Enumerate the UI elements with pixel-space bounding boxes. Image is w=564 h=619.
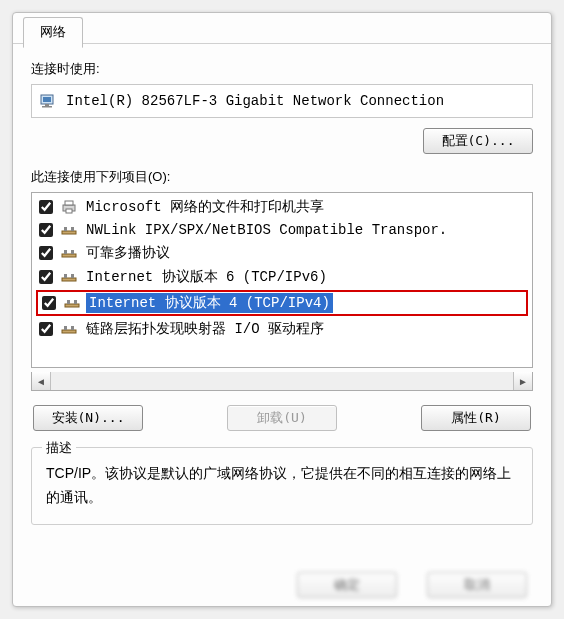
list-item[interactable]: 链路层拓扑发现映射器 I/O 驱动程序 — [34, 317, 530, 341]
svg-rect-11 — [64, 250, 67, 254]
svg-rect-9 — [71, 227, 74, 231]
list-item[interactable]: 可靠多播协议 — [34, 241, 530, 265]
highlighted-item-frame: Internet 协议版本 4 (TCP/IPv4) — [36, 290, 528, 316]
svg-rect-12 — [71, 250, 74, 254]
item-checkbox[interactable] — [42, 296, 56, 310]
svg-rect-13 — [62, 278, 76, 281]
item-label: NWLink IPX/SPX/NetBIOS Compatible Transp… — [83, 221, 450, 239]
protocol-icon — [64, 296, 80, 310]
description-text: TCP/IP。该协议是默认的广域网络协议，它提供在不同的相互连接的网络上的通讯。 — [46, 462, 518, 510]
scroll-left-arrow-icon[interactable]: ◄ — [32, 372, 51, 390]
svg-rect-20 — [64, 326, 67, 330]
item-label: Internet 协议版本 4 (TCP/IPv4) — [86, 293, 333, 313]
svg-rect-1 — [43, 97, 51, 102]
adapter-box[interactable]: Intel(R) 82567LF-3 Gigabit Network Conne… — [31, 84, 533, 118]
configure-row: 配置(C)... — [31, 128, 533, 154]
item-label: 链路层拓扑发现映射器 I/O 驱动程序 — [83, 319, 327, 339]
item-checkbox[interactable] — [39, 246, 53, 260]
item-label: Microsoft 网络的文件和打印机共享 — [83, 197, 327, 217]
tab-network[interactable]: 网络 — [23, 17, 83, 48]
adapter-name: Intel(R) 82567LF-3 Gigabit Network Conne… — [66, 93, 444, 109]
svg-rect-19 — [62, 330, 76, 333]
uninstall-label: 卸载(U) — [257, 410, 306, 425]
install-label: 安装(N)... — [52, 410, 125, 425]
list-item[interactable]: Internet 协议版本 4 (TCP/IPv4) — [38, 292, 526, 314]
items-label: 此连接使用下列项目(O): — [31, 168, 533, 186]
svg-rect-10 — [62, 254, 76, 257]
item-checkbox[interactable] — [39, 200, 53, 214]
properties-label: 属性(R) — [451, 410, 500, 425]
protocol-icon — [61, 223, 77, 237]
configure-label: 配置(C)... — [442, 133, 515, 148]
item-label: Internet 协议版本 6 (TCP/IPv6) — [83, 267, 330, 287]
cancel-label: 取消 — [464, 577, 490, 592]
svg-rect-6 — [66, 209, 72, 213]
item-buttons-row: 安装(N)... 卸载(U) 属性(R) — [31, 405, 533, 431]
install-button[interactable]: 安装(N)... — [33, 405, 143, 431]
uninstall-button: 卸载(U) — [227, 405, 337, 431]
svg-rect-7 — [62, 231, 76, 234]
svg-rect-14 — [64, 274, 67, 278]
svg-rect-8 — [64, 227, 67, 231]
configure-button[interactable]: 配置(C)... — [423, 128, 533, 154]
svg-rect-21 — [71, 326, 74, 330]
protocol-icon — [61, 322, 77, 336]
components-list[interactable]: Microsoft 网络的文件和打印机共享 NWLink IPX/SPX/Net… — [31, 192, 533, 368]
dialog-button-row: 确定 取消 — [297, 572, 527, 598]
horizontal-scrollbar[interactable]: ◄ ► — [31, 372, 533, 391]
list-item[interactable]: NWLink IPX/SPX/NetBIOS Compatible Transp… — [34, 219, 530, 241]
properties-dialog: 网络 连接时使用: Intel(R) 82567LF-3 Gigabit Net… — [12, 12, 552, 607]
svg-rect-5 — [65, 201, 73, 205]
item-label: 可靠多播协议 — [83, 243, 173, 263]
protocol-icon — [61, 270, 77, 284]
svg-rect-18 — [74, 300, 77, 304]
list-item[interactable]: Microsoft 网络的文件和打印机共享 — [34, 195, 530, 219]
description-title: 描述 — [42, 439, 76, 457]
printer-icon — [61, 200, 77, 214]
connect-using-label: 连接时使用: — [31, 60, 533, 78]
svg-rect-2 — [45, 104, 49, 106]
svg-rect-15 — [71, 274, 74, 278]
nic-icon — [40, 93, 58, 109]
properties-button[interactable]: 属性(R) — [421, 405, 531, 431]
svg-rect-16 — [65, 304, 79, 307]
ok-button[interactable]: 确定 — [297, 572, 397, 598]
tab-body: 连接时使用: Intel(R) 82567LF-3 Gigabit Networ… — [13, 44, 551, 547]
list-item[interactable]: Internet 协议版本 6 (TCP/IPv6) — [34, 265, 530, 289]
cancel-button[interactable]: 取消 — [427, 572, 527, 598]
protocol-icon — [61, 246, 77, 260]
tab-strip: 网络 — [13, 13, 551, 44]
item-checkbox[interactable] — [39, 223, 53, 237]
ok-label: 确定 — [334, 577, 360, 592]
scroll-right-arrow-icon[interactable]: ► — [513, 372, 532, 390]
item-checkbox[interactable] — [39, 270, 53, 284]
scroll-track[interactable] — [51, 372, 513, 390]
tab-label: 网络 — [40, 24, 66, 39]
svg-rect-17 — [67, 300, 70, 304]
item-checkbox[interactable] — [39, 322, 53, 336]
svg-rect-3 — [42, 106, 52, 108]
description-group: 描述 TCP/IP。该协议是默认的广域网络协议，它提供在不同的相互连接的网络上的… — [31, 447, 533, 525]
